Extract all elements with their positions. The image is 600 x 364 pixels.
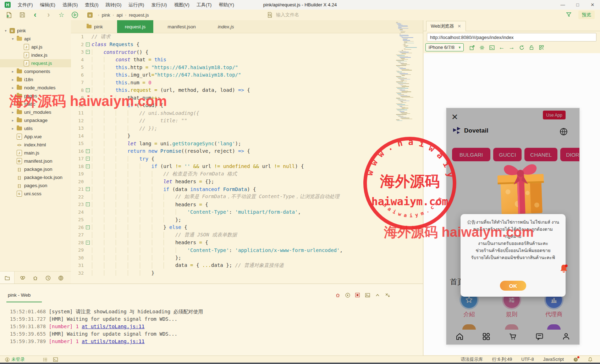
tree-item-api[interactable]: ▾api	[0, 35, 71, 43]
tree-item-request.js[interactable]: Jrequest.js	[0, 59, 71, 67]
browser-forward-icon[interactable]: →	[508, 44, 516, 51]
breadcrumb-folder[interactable]: api	[116, 12, 122, 18]
extensions-view-icon[interactable]	[57, 274, 65, 282]
menu-item-4[interactable]: 跳转(G)	[102, 0, 125, 10]
tree-item-uni_modules[interactable]: ▸uni_modules	[0, 108, 71, 116]
fold-marker[interactable]: –	[84, 43, 92, 46]
chevron-down-icon[interactable]: ▾	[11, 37, 15, 41]
url-input[interactable]: http://localhost:8080/#/pages/index/inde…	[427, 33, 596, 41]
ok-button[interactable]: OK	[500, 281, 526, 291]
tree-item-i18n[interactable]: ▸i18n	[0, 75, 71, 84]
editor-tab-request.js[interactable]: request.js	[117, 20, 154, 33]
tree-item-utils[interactable]: ▸utils	[0, 124, 71, 133]
menu-item-1[interactable]: 编辑(E)	[37, 0, 59, 10]
tree-item-api.js[interactable]: Japi.js	[0, 43, 71, 51]
chevron-right-icon[interactable]: ▸	[11, 102, 15, 106]
tree-item-uni.scss[interactable]: Suni.scss	[0, 190, 71, 198]
chevron-right-icon[interactable]: ▸	[11, 110, 15, 114]
search-view-icon[interactable]	[18, 274, 26, 282]
settings-gear-icon[interactable]	[478, 44, 486, 51]
menu-item-9[interactable]: 帮助(Y)	[215, 0, 237, 10]
tree-item-index.js[interactable]: Jindex.js	[0, 51, 71, 59]
fold-marker[interactable]: –	[84, 241, 92, 245]
forward-icon[interactable]: ›	[44, 11, 53, 19]
fold-marker[interactable]: –	[84, 88, 92, 92]
editor-tab-index.js[interactable]: index.js	[210, 20, 242, 33]
device-select[interactable]: iPhone 6/7/8▼	[425, 43, 464, 51]
debug-view-icon[interactable]	[31, 274, 39, 282]
chevron-down-icon[interactable]: ▾	[4, 29, 8, 33]
fold-marker[interactable]: –	[84, 157, 92, 161]
fold-marker[interactable]: –	[84, 50, 92, 54]
editor-tab-manifest.json[interactable]: manifest.json	[160, 20, 204, 33]
tree-item-manifest.json[interactable]: ⚙manifest.json	[0, 157, 71, 165]
fold-marker[interactable]: –	[84, 225, 92, 229]
screenshot-icon[interactable]	[364, 292, 371, 298]
new-file-icon[interactable]	[4, 11, 13, 19]
chevron-right-icon[interactable]: ▸	[11, 118, 15, 122]
status-cursor-position[interactable]: 行:6 列:49	[492, 357, 512, 363]
console-icon[interactable]	[488, 44, 496, 51]
breadcrumb-file[interactable]: request.js	[129, 12, 149, 18]
code-area[interactable]: 1// 请求2–class Requests {3–constructor() …	[71, 33, 392, 284]
close-button[interactable]: ✕	[585, 0, 600, 10]
file-search-input[interactable]: 输入文件名	[267, 10, 299, 20]
tree-item-App.vue[interactable]: VApp.vue	[0, 133, 71, 141]
run-icon[interactable]	[70, 11, 79, 19]
chevron-right-icon[interactable]: ▸	[11, 94, 15, 98]
editor-tab-pink[interactable]: pink	[79, 20, 111, 33]
outline-icon[interactable]	[43, 357, 48, 362]
menu-item-0[interactable]: 文件(F)	[14, 0, 37, 10]
notification-bell-icon[interactable]	[558, 263, 569, 274]
close-tab-icon[interactable]: ✕	[458, 24, 461, 29]
status-syntax-lib[interactable]: 语法提示库	[461, 357, 483, 363]
tree-item-index.html[interactable]: <>index.html	[0, 141, 71, 149]
restart-icon[interactable]	[344, 292, 351, 298]
tree-item-pages[interactable]: ▸pages	[0, 92, 71, 100]
stop-icon[interactable]	[354, 292, 361, 298]
tree-item-pages.json[interactable]: [ ]pages.json	[0, 181, 71, 190]
tree-item-unpackage[interactable]: ▸unpackage	[0, 116, 71, 124]
tree-item-static[interactable]: ▸static	[0, 100, 71, 108]
login-status[interactable]: 未登录	[5, 357, 25, 363]
back-icon[interactable]: ‹	[31, 11, 40, 19]
chevron-right-icon[interactable]: ▸	[11, 127, 15, 130]
open-external-icon[interactable]	[468, 44, 476, 51]
tree-item-main.js[interactable]: Jmain.js	[0, 149, 71, 157]
menu-item-7[interactable]: 视图(V)	[170, 0, 193, 10]
breadcrumb-project[interactable]: pink	[102, 12, 110, 18]
chevron-right-icon[interactable]: ▸	[11, 78, 15, 82]
tree-item-package-lock.json[interactable]: [ ]package-lock.json	[0, 173, 71, 181]
phone-viewport[interactable]: ✕ Use App Dovetail BULGARIGUCCICHANELDIO	[446, 108, 579, 345]
fold-marker[interactable]: –	[84, 164, 92, 168]
browser-back-icon[interactable]: ←	[498, 44, 506, 51]
tree-item-package.json[interactable]: [ ]package.json	[0, 165, 71, 173]
history-view-icon[interactable]	[44, 274, 52, 282]
fold-marker[interactable]: –	[84, 202, 92, 206]
status-encoding[interactable]: UTF-8	[521, 357, 534, 362]
lock-icon[interactable]	[528, 44, 535, 51]
log-source-link[interactable]: at utils/toLang.js:11	[82, 338, 144, 344]
debug-bug-icon[interactable]	[334, 292, 341, 298]
browser-tab[interactable]: Web浏览器 ✕	[426, 21, 466, 31]
menu-item-8[interactable]: 工具(T)	[193, 0, 215, 10]
refresh-icon[interactable]	[518, 44, 525, 51]
fold-marker[interactable]: –	[84, 149, 92, 153]
qrcode-icon[interactable]	[538, 44, 545, 51]
save-icon[interactable]	[18, 11, 27, 19]
collapse-panel-icon[interactable]	[374, 292, 381, 298]
fold-marker[interactable]: –	[84, 187, 92, 191]
favorite-star-icon[interactable]: ☆	[57, 11, 66, 19]
filter-icon[interactable]	[566, 11, 572, 18]
status-language[interactable]: JavaScript	[543, 357, 564, 362]
update-icon[interactable]	[573, 357, 578, 362]
chevron-right-icon[interactable]: ▸	[11, 69, 15, 73]
minimap[interactable]	[395, 22, 422, 270]
chevron-right-icon[interactable]: ▸	[11, 86, 15, 90]
bell-icon[interactable]	[588, 357, 593, 362]
maximize-button[interactable]: □	[570, 0, 585, 10]
tree-item-components[interactable]: ▸components	[0, 67, 71, 75]
tree-item-pink[interactable]: ▾upink	[0, 27, 71, 35]
menu-item-2[interactable]: 选择(S)	[59, 0, 81, 10]
menu-item-6[interactable]: 发行(U)	[148, 0, 170, 10]
